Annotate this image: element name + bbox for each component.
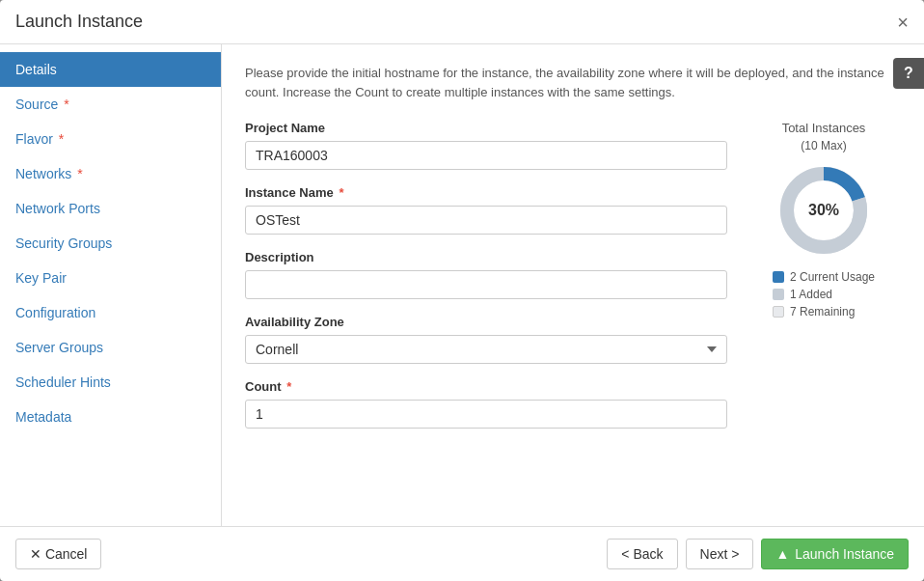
close-button[interactable]: × bbox=[897, 13, 909, 32]
sidebar-item-key-pair[interactable]: Key Pair bbox=[0, 261, 221, 295]
legend-added-label: 1 Added bbox=[790, 288, 832, 301]
legend-remaining-dot bbox=[773, 306, 784, 318]
sidebar-item-flavor[interactable]: Flavor * bbox=[0, 122, 221, 156]
description-input[interactable] bbox=[245, 270, 727, 299]
chart-subtitle: (10 Max) bbox=[801, 139, 846, 152]
legend-current-dot bbox=[773, 271, 784, 283]
intro-text: Please provide the initial hostname for … bbox=[245, 64, 901, 101]
legend-current-label: 2 Current Usage bbox=[790, 270, 875, 284]
chart-title: Total Instances bbox=[782, 121, 866, 135]
count-label: Count * bbox=[245, 379, 727, 394]
cancel-button[interactable]: ✕ Cancel bbox=[15, 539, 101, 569]
form-area: Project Name Instance Name * bbox=[245, 121, 727, 444]
networks-required-indicator: * bbox=[77, 166, 82, 181]
modal-title: Launch Instance bbox=[15, 12, 143, 32]
instance-name-required: * bbox=[339, 185, 343, 200]
sidebar-item-security-groups[interactable]: Security Groups bbox=[0, 226, 221, 261]
sidebar-item-configuration[interactable]: Configuration bbox=[0, 295, 221, 330]
instance-name-input[interactable] bbox=[245, 206, 727, 235]
footer-left: ✕ Cancel bbox=[15, 539, 101, 569]
count-group: Count * bbox=[245, 379, 727, 429]
sidebar: Details Source * Flavor * Networks * Net… bbox=[0, 44, 222, 526]
legend-added: 1 Added bbox=[773, 288, 875, 301]
legend-added-dot bbox=[773, 289, 784, 300]
flavor-required-indicator: * bbox=[59, 131, 64, 147]
description-label: Description bbox=[245, 250, 727, 264]
launch-instance-modal: Launch Instance × Details Source * Flavo… bbox=[0, 0, 924, 581]
instance-name-group: Instance Name * bbox=[245, 185, 727, 235]
back-button[interactable]: < Back bbox=[607, 539, 677, 569]
sidebar-item-networks[interactable]: Networks * bbox=[0, 156, 221, 191]
instance-name-label: Instance Name * bbox=[245, 185, 727, 200]
legend-current: 2 Current Usage bbox=[773, 270, 875, 284]
legend-remaining-label: 7 Remaining bbox=[790, 305, 855, 318]
sidebar-item-server-groups[interactable]: Server Groups bbox=[0, 330, 221, 365]
availability-zone-label: Availability Zone bbox=[245, 315, 727, 329]
modal-header: Launch Instance × bbox=[0, 0, 924, 44]
content-area: Project Name Instance Name * bbox=[245, 121, 901, 444]
count-input[interactable] bbox=[245, 400, 727, 429]
next-button[interactable]: Next > bbox=[686, 539, 754, 569]
legend-remaining: 7 Remaining bbox=[773, 305, 875, 318]
rocket-icon: ▲ bbox=[775, 546, 789, 562]
project-name-group: Project Name bbox=[245, 121, 727, 170]
chart-area: Total Instances (10 Max) bbox=[747, 121, 901, 444]
main-content: Please provide the initial hostname for … bbox=[222, 44, 924, 526]
chart-legend: 2 Current Usage 1 Added 7 Remaining bbox=[773, 270, 875, 322]
description-group: Description bbox=[245, 250, 727, 299]
help-button[interactable]: ? bbox=[893, 58, 924, 89]
sidebar-item-source[interactable]: Source * bbox=[0, 87, 221, 122]
footer-right: < Back Next > ▲ Launch Instance bbox=[607, 539, 909, 569]
launch-instance-button[interactable]: ▲ Launch Instance bbox=[761, 539, 909, 569]
availability-zone-select[interactable]: Any Availability Zone Cornell nova bbox=[245, 335, 727, 364]
sidebar-item-scheduler-hints[interactable]: Scheduler Hints bbox=[0, 365, 221, 400]
project-name-input[interactable] bbox=[245, 141, 727, 170]
count-required: * bbox=[286, 379, 291, 394]
modal-footer: ✕ Cancel < Back Next > ▲ Launch Instance bbox=[0, 526, 924, 581]
sidebar-item-details[interactable]: Details bbox=[0, 52, 221, 87]
sidebar-item-metadata[interactable]: Metadata bbox=[0, 400, 221, 434]
source-required-indicator: * bbox=[64, 97, 68, 112]
modal-body: Details Source * Flavor * Networks * Net… bbox=[0, 44, 924, 526]
availability-zone-group: Availability Zone Any Availability Zone … bbox=[245, 315, 727, 364]
cancel-icon: ✕ bbox=[30, 546, 41, 562]
sidebar-item-network-ports[interactable]: Network Ports bbox=[0, 191, 221, 226]
donut-chart: 30% bbox=[775, 162, 872, 259]
donut-percent-label: 30% bbox=[808, 202, 839, 219]
project-name-label: Project Name bbox=[245, 121, 727, 135]
